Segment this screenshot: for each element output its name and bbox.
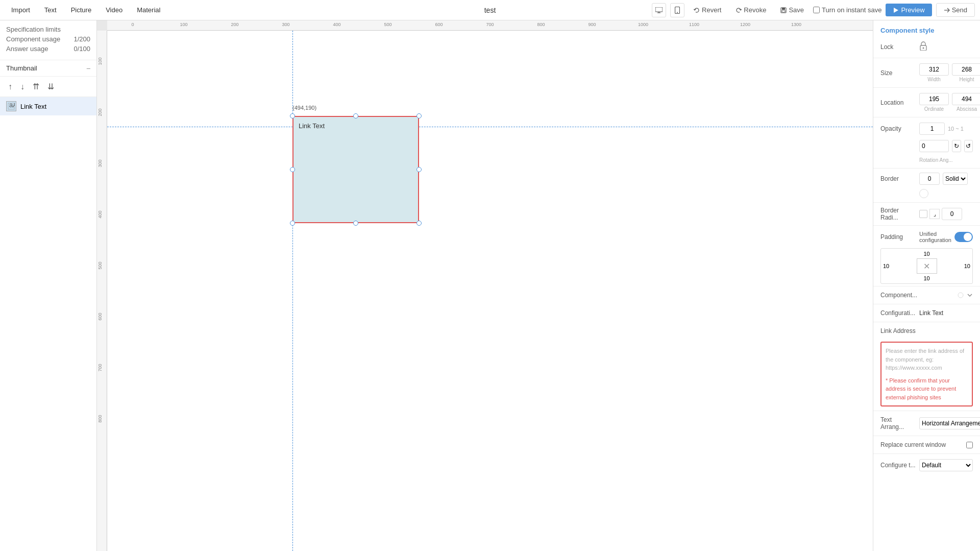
ruler-horizontal: 0 100 200 300 400 500 600 700 800 900 10… (107, 20, 873, 31)
menu-picture[interactable]: Picture (65, 3, 97, 17)
border-label: Border (880, 175, 916, 182)
svg-rect-0 (655, 7, 663, 12)
menu-material[interactable]: Material (131, 3, 166, 17)
height-group: Height (952, 63, 980, 82)
divider-9 (873, 322, 980, 322)
thumbnail-label: Thumbnail (6, 64, 37, 72)
border-radius-label: Border Radi... (880, 207, 916, 221)
save-button[interactable]: Save (775, 4, 809, 16)
order-down-button[interactable]: ↓ (18, 81, 27, 92)
handle-bottom-center[interactable] (353, 221, 358, 226)
rotation-ccw-button[interactable]: ↺ (964, 140, 973, 152)
menu-import[interactable]: Import (5, 3, 36, 17)
mobile-view-button[interactable] (670, 3, 684, 17)
abscissa-sublabel: Abscissa (957, 106, 977, 112)
padding-header-row: Padding Unified configuration (873, 228, 980, 246)
spec-section: Specification limits Component usage 1/2… (0, 20, 96, 60)
order-up-button[interactable]: ↑ (6, 81, 14, 92)
svg-rect-7 (782, 10, 785, 12)
svg-point-4 (677, 12, 678, 13)
order-buttons-row: ↑ ↓ ⇈ ⇊ (0, 77, 96, 97)
unified-config-label: Unified configuration (919, 231, 951, 243)
handle-top-right[interactable] (416, 113, 422, 118)
height-input[interactable] (952, 63, 980, 76)
component-usage-row: Component usage 1/200 (6, 35, 90, 43)
text-arrange-select[interactable]: Horizontal Arrangement (919, 417, 980, 429)
border-color-row (873, 187, 980, 200)
handle-bottom-right[interactable] (416, 221, 422, 226)
padding-top-value: 10 (923, 251, 929, 257)
component-thumbnail-icon: aA (6, 101, 16, 111)
menu-video[interactable]: Video (100, 3, 129, 17)
opacity-range-hint: 10 ~ 1 (948, 126, 964, 132)
unified-config-toggle[interactable] (954, 232, 973, 242)
size-row: Size Width Height (873, 60, 980, 85)
configure-select[interactable]: Default (919, 459, 973, 471)
divider-12 (873, 453, 980, 454)
canvas-area[interactable]: 0 100 200 300 400 500 600 700 800 900 10… (97, 20, 873, 551)
border-width-input[interactable] (919, 173, 940, 185)
send-button[interactable]: Send (936, 3, 975, 17)
handle-middle-right[interactable] (416, 167, 422, 172)
handle-bottom-left[interactable] (290, 221, 295, 226)
instant-save-toggle[interactable]: Turn on instant save (813, 6, 881, 14)
component-prop-label: Component... (880, 292, 916, 299)
width-input[interactable] (919, 63, 949, 76)
replace-window-checkbox[interactable] (966, 442, 973, 448)
padding-label: Padding (880, 233, 916, 241)
padding-right-value: 10 (964, 263, 970, 269)
size-inputs: Width Height (919, 63, 980, 82)
rotation-input[interactable] (919, 140, 949, 152)
svg-point-13 (923, 47, 924, 49)
divider-8 (873, 304, 980, 304)
border-radius-uniform-btn[interactable] (919, 210, 927, 218)
instant-save-checkbox[interactable] (813, 7, 820, 13)
ordinate-group: Ordinate (919, 93, 949, 112)
revoke-button[interactable]: Revoke (730, 4, 771, 16)
border-style-select[interactable]: Solid (943, 173, 968, 185)
selected-component[interactable]: Link Text (292, 116, 419, 223)
component-wrapper[interactable]: (494,190) Link Text (292, 116, 419, 223)
border-radius-toggle-btn[interactable]: ⌟ (929, 209, 940, 219)
rotation-row: ↻ ↺ (873, 138, 980, 154)
link-text-component[interactable]: Link Text (292, 116, 419, 223)
handle-middle-left[interactable] (290, 167, 295, 172)
svg-marker-8 (894, 8, 898, 13)
order-top-button[interactable]: ⇈ (31, 81, 41, 92)
border-row: Border Solid (873, 171, 980, 187)
padding-bottom-value: 10 (923, 275, 929, 281)
border-radius-row: Border Radi... ⌟ (873, 205, 980, 223)
menu-text[interactable]: Text (38, 3, 63, 17)
lock-row: Lock (873, 38, 980, 56)
handle-top-left[interactable] (290, 113, 295, 118)
main-content: Specification limits Component usage 1/2… (0, 20, 980, 551)
thumbnail-item-link-text[interactable]: aA Link Text (0, 97, 96, 115)
border-color-picker[interactable] (919, 189, 928, 198)
lock-icon[interactable] (919, 41, 927, 53)
divider-10 (873, 411, 980, 411)
opacity-input[interactable] (919, 123, 945, 135)
rotation-cw-button[interactable]: ↻ (952, 140, 961, 152)
width-group: Width (919, 63, 949, 82)
abscissa-input[interactable] (952, 93, 980, 105)
desktop-view-button[interactable] (652, 3, 666, 17)
padding-inner-box: ✕ (917, 258, 937, 274)
handle-top-center[interactable] (353, 113, 358, 118)
spec-limit-row: Specification limits (6, 26, 90, 33)
thumbnail-collapse-icon[interactable]: – (87, 64, 90, 72)
divider-3 (873, 117, 980, 117)
spec-limit-label: Specification limits (6, 26, 61, 33)
rotation-sub-row: Rotation Ang... (873, 154, 980, 166)
preview-button[interactable]: Preview (886, 4, 932, 16)
component-dropdown-icon[interactable] (967, 292, 973, 298)
padding-box: 10 10 ✕ 10 10 (880, 248, 973, 284)
ordinate-sublabel: Ordinate (924, 106, 944, 112)
top-bar: Import Text Picture Video Material test … (0, 0, 980, 20)
ordinate-input[interactable] (919, 93, 949, 105)
padding-x-icon: ✕ (923, 261, 930, 271)
svg-rect-6 (782, 8, 785, 10)
border-radius-input[interactable] (942, 208, 962, 220)
order-bottom-button[interactable]: ⇊ (45, 81, 56, 92)
link-address-placeholder: Please enter the link address of the com… (886, 347, 968, 372)
revert-button[interactable]: Revert (689, 4, 726, 16)
